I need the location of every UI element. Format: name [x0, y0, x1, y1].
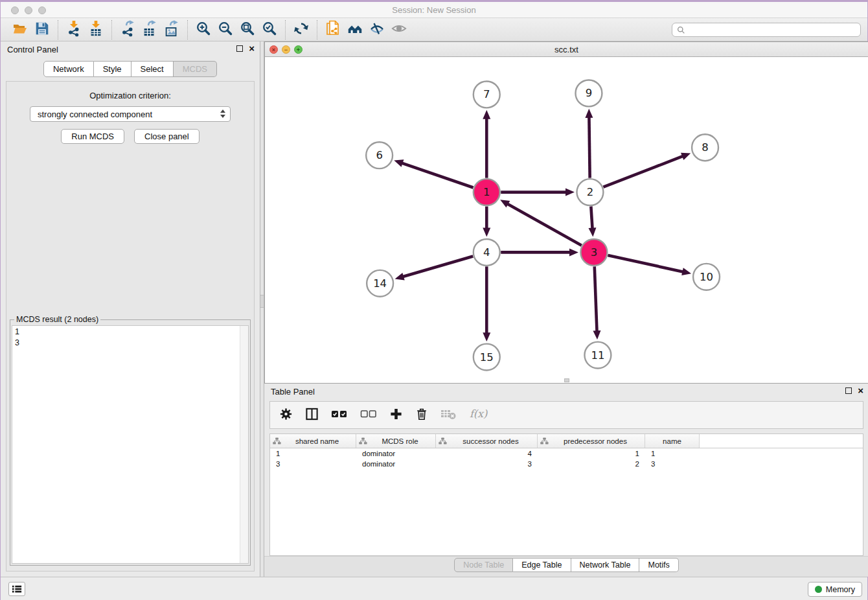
table-row: 3dominator323	[270, 459, 863, 469]
run-mcds-button[interactable]: Run MCDS	[61, 129, 124, 144]
table-tab-node-table[interactable]: Node Table	[454, 558, 513, 572]
table-cell[interactable]: 3	[645, 459, 700, 469]
tab-mcds[interactable]: MCDS	[174, 61, 217, 77]
mcds-result-area[interactable]: 1 3	[12, 325, 249, 564]
graph-edge-2-9[interactable]	[585, 109, 593, 178]
zoom-in-button[interactable]	[192, 20, 214, 40]
toolbar-group	[187, 20, 285, 40]
import-network-button[interactable]	[63, 20, 85, 40]
graph-edge-4-3[interactable]	[501, 248, 578, 256]
table-cell[interactable]: 2	[538, 459, 645, 469]
search-input[interactable]	[685, 24, 860, 36]
graph-node-11[interactable]: 11	[584, 342, 611, 369]
graph-node-3[interactable]: 3	[580, 239, 607, 266]
export-table-button[interactable]	[139, 20, 161, 40]
graph-node-10[interactable]: 10	[693, 264, 720, 290]
graph-node-8[interactable]: 8	[692, 134, 718, 161]
save-session-button[interactable]	[31, 20, 53, 40]
graph-node-4[interactable]: 4	[474, 239, 500, 266]
horizontal-splitter-handle[interactable]	[564, 378, 569, 382]
split-columns-button[interactable]	[305, 407, 319, 423]
control-panel-header: Control Panel ×	[1, 41, 260, 58]
table-tab-edge-table[interactable]: Edge Table	[513, 558, 571, 572]
eye-disabled-icon	[391, 20, 407, 39]
search-field[interactable]	[672, 23, 861, 37]
table-cell[interactable]: 1	[270, 448, 356, 459]
graph-edge-2-3[interactable]	[588, 206, 596, 237]
zoom-selected-button[interactable]	[258, 20, 280, 40]
table-cell[interactable]: 1	[538, 448, 645, 459]
graph-edge-2-8[interactable]	[603, 153, 691, 187]
tab-network[interactable]: Network	[43, 61, 94, 77]
table-cell[interactable]: dominator	[356, 459, 436, 469]
eye-disabled-button	[388, 20, 410, 40]
search-icon	[677, 26, 685, 34]
svg-text:15: 15	[480, 351, 494, 363]
graph-edge-1-6[interactable]	[394, 159, 473, 187]
float-table-panel-icon[interactable]	[845, 387, 852, 394]
graph-node-14[interactable]: 14	[367, 270, 393, 297]
optimization-criterion-select[interactable]: strongly connected component	[30, 106, 231, 122]
tab-style[interactable]: Style	[94, 61, 131, 77]
graph-node-9[interactable]: 9	[575, 80, 602, 106]
graph-edge-1-7[interactable]	[483, 110, 490, 178]
duplicate-network-button[interactable]	[322, 20, 344, 40]
graph-node-6[interactable]: 6	[366, 142, 393, 168]
table-row: 1dominator411	[270, 448, 863, 459]
delete-column-button[interactable]	[415, 407, 428, 423]
import-table-button[interactable]	[85, 20, 107, 40]
table-cell[interactable]: dominator	[356, 448, 436, 459]
result-scrollbar[interactable]	[240, 326, 248, 563]
zoom-fit-button[interactable]	[236, 20, 258, 40]
svg-text:3: 3	[591, 246, 597, 259]
column-header-MCDS-role[interactable]: MCDS role	[356, 434, 436, 448]
deselect-all-button[interactable]	[360, 407, 377, 423]
zoom-out-button[interactable]	[214, 20, 236, 40]
table-cell[interactable]: 4	[436, 448, 538, 459]
graph-node-2[interactable]: 2	[577, 179, 603, 205]
float-panel-icon[interactable]	[236, 45, 243, 52]
graph-edge-4-14[interactable]	[395, 257, 474, 281]
table-tab-network-table[interactable]: Network Table	[571, 558, 640, 572]
splitter-handle[interactable]	[260, 295, 264, 308]
table-tab-motifs[interactable]: Motifs	[639, 558, 678, 572]
graph-edge-3-11[interactable]	[593, 266, 600, 340]
graph-edge-1-4[interactable]	[483, 207, 490, 237]
network-overview-button[interactable]	[344, 20, 366, 40]
vertical-splitter[interactable]	[260, 41, 264, 577]
add-column-button[interactable]	[389, 407, 403, 423]
graph-node-15[interactable]: 15	[474, 344, 500, 371]
refresh-layout-button[interactable]	[290, 20, 312, 40]
export-image-button[interactable]	[161, 20, 183, 40]
graph-edge-4-15[interactable]	[483, 266, 490, 341]
export-network-button[interactable]	[117, 20, 139, 40]
close-panel-button[interactable]: Close panel	[134, 129, 200, 144]
close-panel-icon[interactable]: ×	[249, 45, 255, 52]
import-table-icon	[88, 20, 104, 39]
column-header-successor-nodes[interactable]: successor nodes	[436, 434, 538, 448]
graph-node-7[interactable]: 7	[474, 81, 500, 108]
graph-edge-3-10[interactable]	[608, 255, 691, 275]
control-panel-title: Control Panel	[7, 45, 58, 54]
network-graph[interactable]: 7968124314101511	[265, 57, 868, 383]
open-file-button[interactable]	[9, 20, 31, 40]
graph-edge-1-2[interactable]	[501, 189, 575, 196]
column-header-predecessor-nodes[interactable]: predecessor nodes	[538, 434, 645, 448]
column-header-name[interactable]: name	[645, 434, 700, 448]
table-cell[interactable]: 3	[436, 459, 538, 469]
table-cell[interactable]: 1	[645, 448, 700, 459]
network-canvas[interactable]: 7968124314101511	[265, 57, 868, 383]
graph-edge-3-1[interactable]	[500, 200, 582, 245]
memory-button[interactable]: Memory	[808, 582, 862, 597]
function-builder-icon: f(x)	[468, 407, 490, 423]
close-table-panel-icon[interactable]: ×	[858, 387, 863, 395]
select-all-button[interactable]	[331, 407, 348, 423]
tab-select[interactable]: Select	[131, 61, 174, 77]
graph-node-1[interactable]: 1	[474, 179, 500, 205]
settings-gear-icon	[279, 407, 293, 423]
table-cell[interactable]: 3	[270, 459, 356, 469]
settings-gear-button[interactable]	[279, 407, 293, 423]
hide-panels-button[interactable]	[366, 20, 388, 40]
column-header-shared-name[interactable]: shared name	[270, 434, 356, 448]
task-history-button[interactable]	[8, 582, 25, 596]
